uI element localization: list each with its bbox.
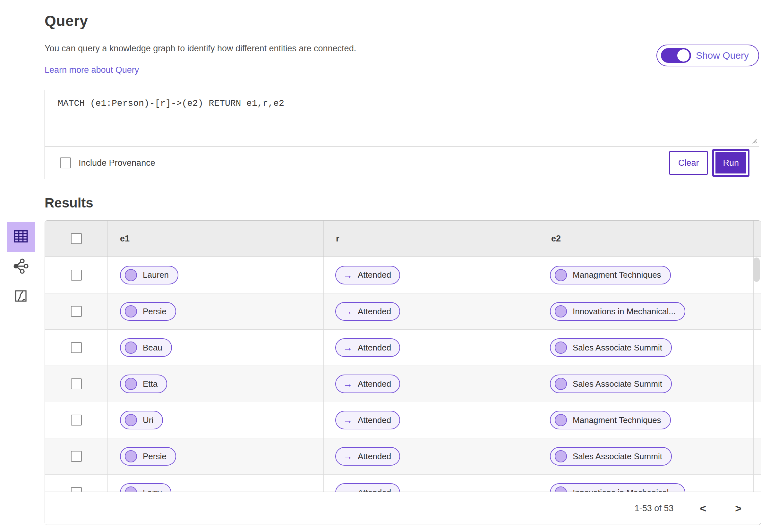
clear-button[interactable]: Clear bbox=[669, 151, 708, 175]
rail-item-graph-view[interactable] bbox=[7, 252, 35, 282]
cell-e1: Etta bbox=[107, 366, 323, 402]
chart-view-icon bbox=[13, 288, 29, 305]
entity-node-icon bbox=[555, 450, 567, 462]
query-actions-bar: Include Provenance Clear Run bbox=[45, 147, 759, 179]
relation-pill[interactable]: → Attended bbox=[335, 447, 400, 466]
table-row[interactable]: Lauren → Attended Managment Techniques bbox=[45, 257, 761, 293]
entity-node-icon bbox=[125, 414, 137, 426]
arrow-right-icon: → bbox=[343, 415, 352, 425]
run-button[interactable]: Run bbox=[712, 149, 749, 177]
cell-e1: Persie bbox=[107, 293, 323, 329]
arrow-right-icon: → bbox=[343, 488, 352, 492]
query-text[interactable]: MATCH (e1:Person)-[r]->(e2) RETURN e1,r,… bbox=[58, 98, 746, 108]
table-footer: 1-53 of 53 < > bbox=[45, 492, 761, 525]
select-all-checkbox[interactable] bbox=[71, 233, 82, 244]
header-gutter bbox=[753, 221, 761, 257]
rail-item-table-view[interactable] bbox=[7, 222, 35, 252]
entity-pill-e2[interactable]: Managment Techniques bbox=[550, 266, 671, 284]
table-row[interactable]: Beau → Attended Sales Associate Summit bbox=[45, 329, 761, 366]
row-checkbox[interactable] bbox=[71, 270, 82, 281]
table-view-icon bbox=[13, 228, 29, 246]
entity-pill-e2[interactable]: Innovations in Mechanical... bbox=[550, 302, 685, 321]
table-row[interactable]: Uri → Attended Managment Techniques bbox=[45, 402, 761, 438]
entity-pill-e1[interactable]: Etta bbox=[120, 375, 167, 393]
table-row[interactable]: Larry → Attended Innovations in Mechanic… bbox=[45, 474, 761, 492]
table-row[interactable]: Etta → Attended Sales Associate Summit bbox=[45, 366, 761, 402]
row-checkbox[interactable] bbox=[71, 451, 82, 462]
relation-pill[interactable]: → Attended bbox=[335, 411, 400, 429]
entity-pill-e1[interactable]: Lauren bbox=[120, 266, 178, 284]
entity-node-icon bbox=[555, 486, 567, 492]
cell-e1: Beau bbox=[107, 330, 323, 366]
row-checkbox[interactable] bbox=[71, 342, 82, 353]
entity-node-icon bbox=[125, 450, 137, 462]
row-checkbox[interactable] bbox=[71, 487, 82, 492]
entity-pill-e2[interactable]: Managment Techniques bbox=[550, 411, 671, 429]
entity-node-icon bbox=[555, 305, 567, 317]
row-gutter bbox=[753, 330, 761, 366]
entity-pill-e1[interactable]: Persie bbox=[120, 447, 176, 466]
include-provenance-checkbox[interactable] bbox=[60, 157, 71, 168]
vertical-scrollbar[interactable] bbox=[753, 258, 760, 282]
relation-pill[interactable]: → Attended bbox=[335, 338, 400, 357]
entity-pill-e1[interactable]: Beau bbox=[120, 338, 172, 357]
entity-node-icon bbox=[125, 269, 137, 281]
row-gutter bbox=[753, 438, 761, 474]
previous-page-button[interactable]: < bbox=[697, 502, 709, 515]
arrow-right-icon: → bbox=[343, 270, 352, 280]
toggle-knob bbox=[677, 49, 690, 62]
table-header-row: e1 r e2 bbox=[45, 221, 761, 257]
include-provenance-label: Include Provenance bbox=[79, 158, 155, 168]
query-editor[interactable]: MATCH (e1:Person)-[r]->(e2) RETURN e1,r,… bbox=[45, 90, 759, 147]
results-table: e1 r e2 Lauren → Attended bbox=[45, 220, 761, 525]
row-checkbox-cell bbox=[45, 438, 107, 474]
column-header-e1[interactable]: e1 bbox=[107, 221, 323, 257]
row-checkbox[interactable] bbox=[71, 415, 82, 426]
column-header-e2[interactable]: e2 bbox=[539, 221, 753, 257]
entity-node-icon bbox=[555, 342, 567, 354]
entity-pill-e1[interactable]: Persie bbox=[120, 302, 176, 321]
relation-pill[interactable]: → Attended bbox=[335, 266, 400, 284]
entity-pill-e2[interactable]: Sales Associate Summit bbox=[550, 338, 672, 357]
entity-pill-e2[interactable]: Sales Associate Summit bbox=[550, 375, 672, 393]
table-row[interactable]: Persie → Attended Innovations in Mechani… bbox=[45, 293, 761, 329]
cell-r: → Attended bbox=[323, 475, 539, 492]
table-row[interactable]: Persie → Attended Sales Associate Summit bbox=[45, 438, 761, 474]
entity-node-icon bbox=[125, 486, 137, 492]
column-header-r[interactable]: r bbox=[323, 221, 539, 257]
entity-pill-e2[interactable]: Innovations in Mechanical... bbox=[550, 483, 685, 492]
row-checkbox-cell bbox=[45, 402, 107, 438]
toggle-switch-icon[interactable] bbox=[661, 48, 691, 63]
resize-grip-icon[interactable] bbox=[750, 137, 757, 145]
row-checkbox[interactable] bbox=[71, 306, 82, 317]
entity-pill-e2[interactable]: Sales Associate Summit bbox=[550, 447, 672, 466]
show-query-toggle[interactable]: Show Query bbox=[656, 45, 759, 66]
cell-e1: Larry bbox=[107, 475, 323, 492]
rail-item-chart-view[interactable] bbox=[7, 282, 35, 311]
chevron-right-icon: > bbox=[735, 502, 741, 514]
relation-pill[interactable]: → Attended bbox=[335, 375, 400, 393]
cell-e2: Innovations in Mechanical... bbox=[539, 293, 753, 329]
row-checkbox[interactable] bbox=[71, 378, 82, 389]
cell-r: → Attended bbox=[323, 330, 539, 366]
arrow-right-icon: → bbox=[343, 307, 352, 316]
entity-pill-e1[interactable]: Larry bbox=[120, 483, 171, 492]
cell-e1: Lauren bbox=[107, 257, 323, 293]
next-page-button[interactable]: > bbox=[732, 502, 744, 515]
query-description: You can query a knowledge graph to ident… bbox=[45, 44, 759, 54]
entity-node-icon bbox=[555, 378, 567, 390]
cell-e1: Uri bbox=[107, 402, 323, 438]
row-gutter bbox=[753, 475, 761, 492]
cell-e2: Sales Associate Summit bbox=[539, 366, 753, 402]
cell-e2: Managment Techniques bbox=[539, 257, 753, 293]
row-gutter bbox=[753, 293, 761, 329]
entity-pill-e1[interactable]: Uri bbox=[120, 411, 163, 429]
relation-pill[interactable]: → Attended bbox=[335, 302, 400, 321]
row-checkbox-cell bbox=[45, 475, 107, 492]
row-checkbox-cell bbox=[45, 293, 107, 329]
relation-pill[interactable]: → Attended bbox=[335, 483, 400, 492]
query-page: Query Show Query You can query a knowled… bbox=[0, 0, 770, 532]
cell-e2: Sales Associate Summit bbox=[539, 330, 753, 366]
learn-more-link[interactable]: Learn more about Query bbox=[45, 65, 139, 75]
entity-node-icon bbox=[555, 269, 567, 281]
